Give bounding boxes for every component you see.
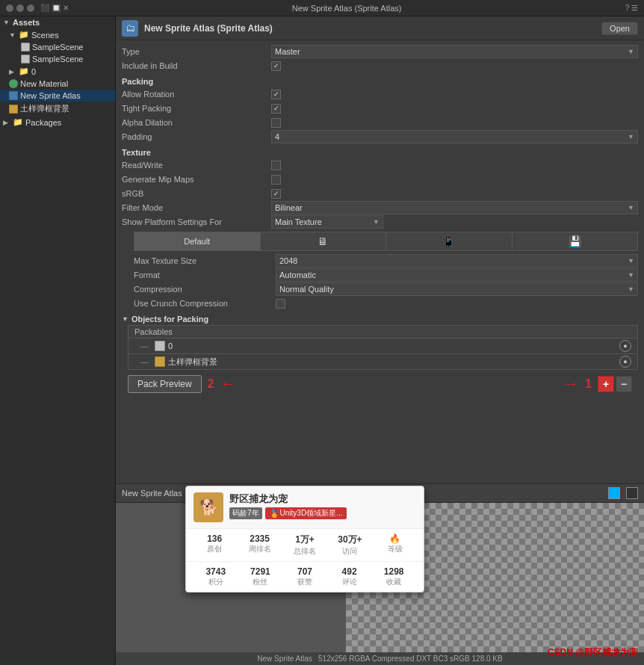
samplescene2-icon	[21, 55, 30, 64]
stat-zhoupaiming-label: 周排名	[238, 544, 280, 554]
stat-fangwen-value: 30万+	[329, 533, 371, 546]
stat-fensi-value: 7291	[238, 566, 283, 577]
sidebar-item-new-material[interactable]: New Material	[0, 78, 115, 90]
sprite-atlas-header-icon: 🗂	[126, 22, 135, 34]
arrow-scenes: ▼	[9, 31, 16, 39]
objects-packing-header[interactable]: ▼ Objects for Packing	[122, 315, 638, 324]
max-texture-value[interactable]: 2048 ▼	[276, 254, 638, 267]
tab-other[interactable]: 💾	[513, 232, 638, 250]
stat-zongpaiming: 1万+ 总排名	[284, 533, 326, 557]
popup-user-info: 野区捕龙为宠 码龄7年 🏅 Unity3D领域新星...	[229, 492, 416, 519]
srgb-label: sRGB	[122, 189, 271, 198]
stat-fangwen: 30万+ 访问	[329, 533, 371, 557]
type-dropdown[interactable]: Master ▼	[271, 45, 638, 58]
format-dropdown[interactable]: Automatic ▼	[276, 268, 638, 282]
pack-item-0-dash: —	[140, 341, 149, 350]
sidebar-item-new-sprite-atlas[interactable]: New Sprite Atlas	[0, 90, 115, 102]
use-crunch-row: Use Crunch Compression	[134, 297, 638, 310]
stat-fangwen-label: 访问	[329, 546, 371, 557]
filter-mode-dropdown[interactable]: Bilinear ▼	[271, 201, 638, 214]
window-controls	[6, 4, 34, 12]
help-icon[interactable]: ? ☰	[625, 4, 638, 12]
sidebar-item-samplescene2[interactable]: SampleScene	[0, 53, 115, 65]
stat-fensi-label: 粉丝	[238, 577, 283, 587]
objects-collapse-icon: ▼	[122, 315, 129, 323]
sidebar-item-samplescene1[interactable]: SampleScene	[0, 41, 115, 53]
tight-packing-label: Tight Packing	[122, 104, 271, 113]
sidebar-item-tuyangdanbbj[interactable]: 土样弹框背景	[0, 102, 115, 116]
remove-button[interactable]: −	[616, 376, 632, 392]
stat-shoucang: 1298 收藏	[371, 566, 416, 587]
show-platform-dropdown[interactable]: Main Texture ▼	[271, 215, 383, 229]
stat-yuanchuang-value: 136	[193, 533, 235, 544]
samplescene1-label: SampleScene	[32, 43, 84, 52]
read-write-checkbox[interactable]	[271, 161, 281, 170]
0-folder-icon: 📁	[19, 66, 29, 76]
padding-dropdown-arrow: ▼	[628, 133, 634, 140]
open-button[interactable]: Open	[601, 22, 638, 35]
packing-section-header: Packing	[122, 77, 638, 86]
include-build-checkbox[interactable]: ✓	[271, 61, 281, 71]
stat-yuanchuang: 136 原创	[193, 533, 235, 557]
stat-huozan-label: 获赞	[282, 577, 327, 587]
padding-dropdown-value: 4	[275, 132, 279, 141]
padding-value[interactable]: 4 ▼	[271, 130, 638, 143]
max-texture-row: Max Texture Size 2048 ▼	[134, 254, 638, 267]
plus-minus-area: + −	[598, 376, 632, 392]
add-button[interactable]: +	[598, 376, 614, 392]
scenes-folder-icon: 📁	[19, 30, 29, 40]
popup-card[interactable]: 🐕 野区捕龙为宠 码龄7年 🏅 Unity3D领域新星... 136 原创 23…	[185, 486, 424, 593]
stat-pinglun: 492 评论	[327, 566, 372, 587]
preview-color-button[interactable]	[608, 487, 620, 499]
arrow-assets: ▼	[3, 19, 10, 26]
sidebar-item-0[interactable]: ▶ 📁 0	[0, 65, 115, 78]
max-texture-dropdown[interactable]: 2048 ▼	[276, 254, 638, 267]
srgb-row: sRGB ✓	[122, 187, 638, 200]
compression-row: Compression Normal Quality ▼	[134, 282, 638, 296]
tight-packing-checkbox[interactable]: ✓	[271, 104, 281, 114]
pack-preview-button[interactable]: Pack Preview	[128, 375, 202, 393]
gen-mip-row: Generate Mip Maps	[122, 173, 638, 186]
sidebar-item-packages[interactable]: ▶ 📁 Packages	[0, 116, 115, 129]
arrow-packages: ▶	[3, 119, 10, 126]
stat-huozan: 707 获赞	[282, 566, 327, 587]
format-dropdown-value: Automatic	[279, 270, 316, 279]
preview-footer-text: New Sprite Atlas	[257, 655, 312, 663]
compression-value[interactable]: Normal Quality ▼	[276, 282, 638, 296]
pack-item-1-label: 土样弹框背景	[168, 356, 616, 368]
max-texture-label: Max Texture Size	[134, 256, 276, 265]
alpha-dilation-label: Alpha Dilation	[122, 118, 271, 127]
stat-fensi: 7291 粉丝	[238, 566, 283, 587]
inspector-header: 🗂 New Sprite Atlas (Sprite Atlas) Open	[116, 16, 644, 40]
use-crunch-checkbox[interactable]	[276, 299, 285, 309]
tab-android[interactable]: 📱	[386, 232, 513, 250]
allow-rotation-checkbox[interactable]: ✓	[271, 90, 281, 99]
stat-pinglun-value: 492	[327, 566, 372, 577]
popup-avatar: 🐕	[193, 492, 223, 522]
sidebar-item-scenes[interactable]: ▼ 📁 Scenes	[0, 28, 115, 41]
new-material-label: New Material	[20, 79, 68, 88]
annotation-2: 2	[208, 377, 214, 391]
filter-mode-label: Filter Mode	[122, 203, 271, 212]
padding-dropdown[interactable]: 4 ▼	[271, 130, 638, 143]
format-value[interactable]: Automatic ▼	[276, 268, 638, 282]
srgb-checkbox[interactable]: ✓	[271, 189, 281, 199]
other-icon: 💾	[569, 235, 581, 247]
include-build-row: Include in Build ✓	[122, 59, 638, 72]
sidebar-item-assets[interactable]: ▼ Assets	[0, 16, 115, 28]
compression-dropdown[interactable]: Normal Quality ▼	[276, 282, 638, 296]
alpha-dilation-checkbox[interactable]	[271, 118, 281, 128]
tab-windows[interactable]: 🖥	[261, 232, 387, 250]
tab-default[interactable]: Default	[134, 232, 261, 250]
gen-mip-checkbox[interactable]	[271, 175, 281, 185]
stat-jifen: 3743 积分	[193, 566, 238, 587]
preview-mode-button[interactable]	[626, 487, 638, 499]
filter-mode-value[interactable]: Bilinear ▼	[271, 201, 638, 214]
csdn-watermark: CSDN @野区捕龙为宠	[548, 646, 638, 659]
unity-badge-text: Unity3D领域新星...	[280, 508, 343, 519]
padding-row: Padding 4 ▼	[122, 130, 638, 143]
type-value[interactable]: Master ▼	[271, 45, 638, 58]
pack-item-1-info[interactable]: ●	[619, 356, 631, 368]
pack-item-0-info[interactable]: ●	[619, 340, 631, 352]
filter-mode-dropdown-value: Bilinear	[275, 203, 303, 212]
